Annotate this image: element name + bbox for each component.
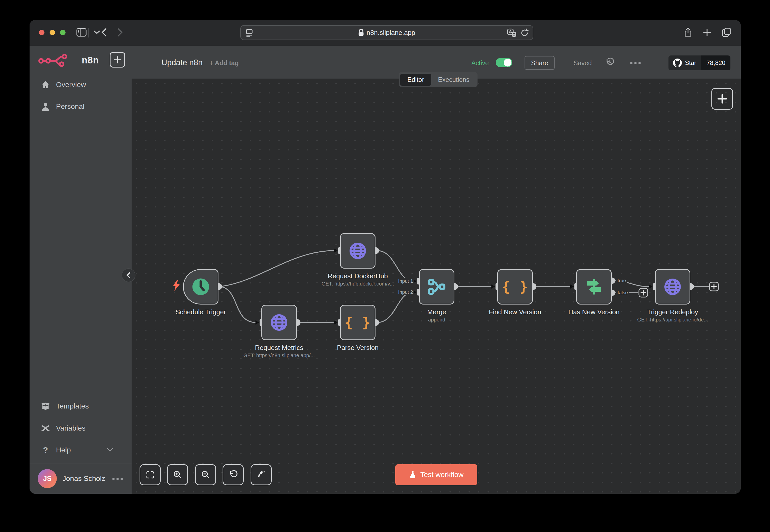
lock-icon [358,29,364,36]
star-count: 78,820 [701,55,730,70]
sidebar-item-help[interactable]: ? Help [30,442,131,458]
trigger-bolt-icon [172,279,181,292]
browser-window: n8n.sliplane.app [30,20,741,494]
node-request-dockerhub[interactable]: Request DockerHub GET: https://hub.docke… [340,233,375,269]
sidebar: n8n Overview Personal [30,46,131,494]
brand-name: n8n [82,55,99,66]
forward-button[interactable] [114,27,126,38]
tab-executions[interactable]: Executions [431,74,476,86]
sidebar-item-templates[interactable]: Templates [30,398,131,414]
help-icon: ? [40,445,51,455]
workflow-history-icon[interactable] [605,57,615,68]
globe-icon [662,277,683,297]
active-toggle[interactable] [496,58,512,67]
reload-icon[interactable] [520,29,529,37]
person-icon [40,102,51,111]
node-parse-version[interactable]: { } Parse Version [340,305,375,340]
workflow-canvas[interactable]: Schedule Trigger Request DockerHub GET: … [131,79,741,494]
node-has-new-version[interactable]: Has New Version [576,269,612,305]
test-workflow-label: Test workflow [420,471,463,479]
add-node-button[interactable] [711,88,733,110]
address-bar[interactable]: n8n.sliplane.app [240,25,533,40]
code-braces-icon: { } [502,279,528,295]
sidebar-item-personal[interactable]: Personal [30,98,131,115]
n8n-logo-icon [38,54,77,67]
star-label: Star [685,59,696,67]
active-label: Active [471,59,489,67]
tab-editor[interactable]: Editor [400,74,431,86]
user-menu[interactable]: JS Jonas Scholz [30,470,131,487]
variables-x-icon [40,424,51,432]
user-name: Jonas Scholz [62,474,105,483]
merge-icon [427,277,446,297]
signpost-icon [584,277,604,297]
user-options-icon[interactable] [112,478,123,480]
main-panel: Update n8n + Add tag Active Share Saved [131,46,741,494]
sidebar-item-overview[interactable]: Overview [30,77,131,93]
close-window-button[interactable] [39,30,44,35]
true-output-label: true [616,278,627,284]
globe-icon [348,241,368,261]
zoom-in-button[interactable] [167,464,188,485]
minimize-window-button[interactable] [50,30,55,35]
sidebar-divider [30,463,131,463]
brand[interactable]: n8n [38,51,99,69]
code-braces-icon: { } [344,315,371,331]
reader-view-icon[interactable] [246,29,253,39]
zoom-to-fit-button[interactable] [139,464,160,485]
url-text: n8n.sliplane.app [367,29,415,37]
chevron-down-icon [107,448,113,453]
new-tab-icon[interactable] [701,27,713,38]
test-workflow-button[interactable]: Test workflow [395,464,477,485]
node-merge[interactable]: Merge append [419,269,454,305]
n8n-app: n8n Overview Personal [30,46,741,494]
node-schedule-trigger[interactable]: Schedule Trigger [183,269,219,305]
back-button[interactable] [98,27,110,38]
browser-chrome: n8n.sliplane.app [30,20,741,46]
workflow-menu-icon[interactable] [630,62,641,64]
chrome-divider [88,28,89,37]
collapse-sidebar-button[interactable] [121,268,135,282]
add-tag-button[interactable]: + Add tag [210,59,239,67]
sidebar-item-variables[interactable]: Variables [30,420,131,436]
avatar[interactable]: JS [38,469,57,488]
avatar-initials: JS [43,475,51,483]
view-tabs: Editor Executions [399,72,477,87]
sidebar-item-label: Help [56,446,71,454]
merge-input2-label: Input 2 [397,289,414,295]
globe-icon [269,312,289,333]
share-page-icon[interactable] [682,27,694,38]
false-output-label: false [616,290,629,296]
workflow-title[interactable]: Update n8n [161,58,203,67]
clock-icon [191,277,211,297]
header-divider [655,48,655,76]
tidy-up-button[interactable] [251,464,272,485]
node-find-new-version[interactable]: { } Find New Version [497,269,533,305]
translate-icon[interactable] [507,29,517,38]
sidebar-toggle-icon[interactable] [76,27,87,38]
saved-status: Saved [573,59,592,67]
sidebar-item-label: Variables [56,424,86,432]
tab-overview-icon[interactable] [721,27,732,38]
templates-box-icon [40,402,51,410]
zoom-out-button[interactable] [195,464,216,485]
github-star-widget[interactable]: Star 78,820 [669,55,730,70]
share-button[interactable]: Share [524,56,554,70]
sidebar-item-label: Templates [56,402,89,410]
new-workflow-button[interactable] [110,52,125,68]
sidebar-item-label: Personal [56,102,84,111]
node-trigger-redeploy[interactable]: Trigger Redeploy GET: https://api.slipla… [655,269,690,305]
sidebar-item-label: Overview [56,81,86,89]
merge-input1-label: Input 1 [397,278,414,284]
github-icon [673,59,682,67]
node-request-metrics[interactable]: Request Metrics GET: https://n8n.sliplan… [261,305,297,340]
reset-zoom-button[interactable] [223,464,244,485]
zoom-window-button[interactable] [60,30,65,35]
home-icon [40,81,51,89]
flask-icon [409,470,417,479]
